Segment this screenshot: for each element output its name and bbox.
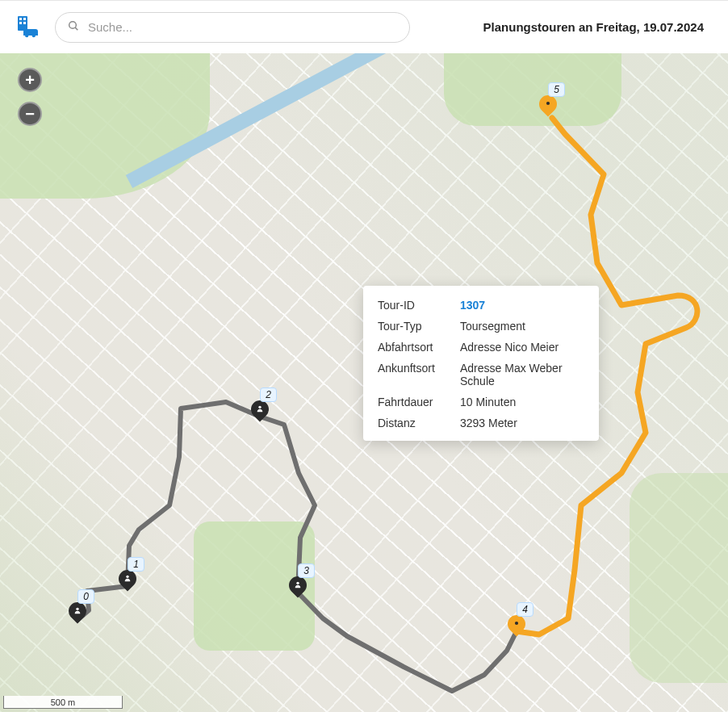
scale-bar: 500 m [3, 696, 123, 709]
tooltip-key: Tour-ID [378, 299, 460, 312]
waypoint-number-badge: 0 [77, 589, 94, 604]
svg-rect-3 [19, 22, 22, 24]
tooltip-row: Fahrtdauer10 Minuten [378, 396, 584, 408]
search-field-wrap [55, 12, 410, 43]
tooltip-value: Toursegment [460, 320, 584, 333]
svg-rect-0 [18, 16, 27, 31]
svg-point-11 [515, 622, 518, 625]
svg-point-8 [126, 576, 128, 578]
waypoint-marker-5[interactable]: 5 [539, 95, 557, 113]
zoom-in-button[interactable]: + [18, 68, 42, 92]
search-input[interactable] [88, 20, 398, 34]
zoom-controls: + − [18, 68, 42, 126]
waypoint-number-badge: 1 [128, 557, 144, 572]
tooltip-value: 3293 Meter [460, 417, 584, 429]
tour-tooltip: Tour-ID1307Tour-TypToursegmentAbfahrtsor… [363, 286, 599, 441]
waypoint-number-badge: 4 [517, 602, 533, 617]
route-segment-gray[interactable] [77, 402, 517, 691]
waypoint-number-badge: 3 [298, 563, 315, 578]
tooltip-value: Adresse Nico Meier [460, 341, 584, 354]
tooltip-row: AnkunftsortAdresse Max Weber Schule [378, 362, 584, 387]
waypoint-marker-3[interactable]: 3 [289, 576, 307, 594]
page-title: Planungstouren an Freitag, 19.07.2024 [483, 20, 713, 34]
tooltip-value-link[interactable]: 1307 [460, 299, 584, 312]
waypoint-number-badge: 5 [548, 82, 565, 97]
tooltip-key: Distanz [378, 417, 460, 429]
tooltip-key: Ankunftsort [378, 362, 460, 387]
map-canvas[interactable]: + − 500 m 012345 Tour-ID1307Tour-TypTour… [0, 53, 728, 712]
tooltip-row: Tour-TypToursegment [378, 320, 584, 333]
waypoint-marker-1[interactable]: 1 [119, 570, 136, 588]
search-icon [67, 19, 80, 36]
tooltip-value: 10 Minuten [460, 396, 584, 408]
waypoint-marker-4[interactable]: 4 [508, 615, 525, 633]
waypoint-number-badge: 2 [260, 387, 277, 402]
svg-point-10 [296, 582, 299, 584]
svg-point-5 [69, 21, 77, 28]
svg-point-12 [546, 102, 550, 105]
svg-rect-1 [19, 18, 22, 20]
header-bar: Planungstouren an Freitag, 19.07.2024 [0, 0, 728, 53]
tooltip-row: Tour-ID1307 [378, 299, 584, 312]
svg-point-7 [76, 608, 78, 610]
svg-rect-2 [23, 18, 26, 20]
app-logo-icon [15, 15, 40, 40]
tooltip-key: Tour-Typ [378, 320, 460, 333]
zoom-out-button[interactable]: − [18, 102, 42, 126]
waypoint-marker-0[interactable]: 0 [69, 602, 86, 620]
svg-line-6 [75, 27, 77, 30]
svg-rect-4 [23, 22, 26, 24]
search-field[interactable] [55, 12, 410, 43]
waypoint-marker-2[interactable]: 2 [251, 400, 269, 418]
svg-point-9 [258, 406, 261, 408]
tooltip-key: Abfahrtsort [378, 341, 460, 354]
tooltip-key: Fahrtdauer [378, 396, 460, 408]
tooltip-value: Adresse Max Weber Schule [460, 362, 584, 387]
tooltip-row: Distanz3293 Meter [378, 417, 584, 429]
tooltip-row: AbfahrtsortAdresse Nico Meier [378, 341, 584, 354]
